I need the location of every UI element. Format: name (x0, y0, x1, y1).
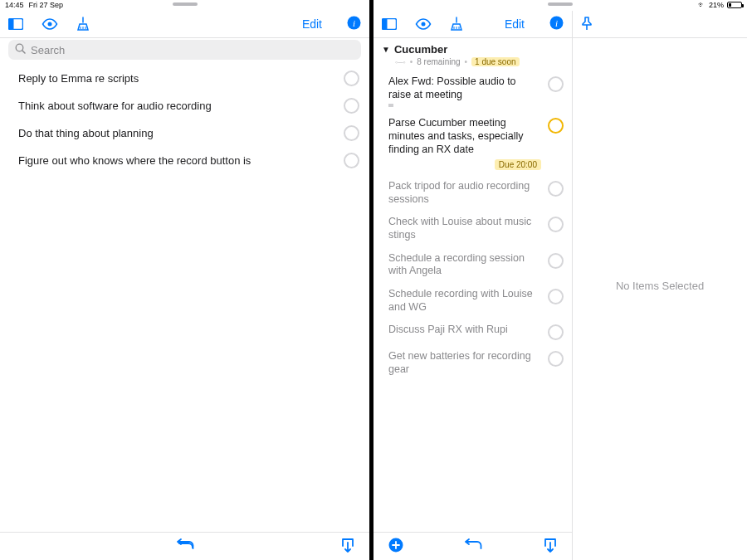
add-icon[interactable] (388, 538, 403, 555)
task-title: Do that thing about planning (18, 127, 344, 139)
task-row[interactable]: Think about software for audio recording (0, 92, 369, 119)
info-icon[interactable]: i (347, 16, 361, 32)
task-status-circle[interactable] (548, 289, 564, 304)
eye-icon[interactable] (415, 18, 432, 30)
task-status-circle[interactable] (548, 324, 564, 340)
task-title: Get new batteries for recording gear (388, 350, 541, 376)
task-row[interactable]: Check with Louise about music stings (374, 211, 572, 246)
note-indicator-icon (388, 104, 393, 107)
wifi-icon: ᯤ (698, 1, 706, 9)
task-status-circle[interactable] (548, 181, 564, 197)
svg-point-9 (422, 22, 426, 27)
svg-text:i: i (555, 18, 558, 28)
svg-line-6 (22, 51, 25, 53)
task-title: Alex Fwd: Possible audio to raise at mee… (388, 75, 541, 101)
right-task-list: Alex Fwd: Possible audio to raise at mee… (374, 71, 572, 530)
detail-empty-text: No Items Selected (616, 280, 704, 292)
task-title: Discuss Paji RX with Rupi (388, 324, 541, 337)
eye-icon[interactable] (42, 18, 58, 30)
task-row[interactable]: Schedule recording with Louise and WG (374, 283, 572, 319)
due-badge: Due 20:00 (495, 159, 541, 170)
status-battery-pct: 21% (709, 1, 724, 9)
svg-rect-8 (383, 19, 388, 30)
task-row[interactable]: Pack tripod for audio recording sessions (374, 175, 572, 211)
task-status-circle[interactable] (344, 98, 359, 114)
task-row[interactable]: Reply to Emma re scripts (0, 65, 369, 92)
project-remaining: 8 remaining (417, 57, 460, 66)
task-title: Figure out who knows where the record bu… (18, 154, 344, 167)
status-time: 14:45 (5, 1, 24, 9)
search-input[interactable]: Search (8, 40, 361, 60)
task-title: Reply to Emma re scripts (18, 72, 344, 85)
project-type-icon: ◦─◦ (395, 58, 406, 66)
task-row[interactable]: Discuss Paji RX with Rupi (374, 319, 572, 345)
task-status-circle[interactable] (548, 217, 564, 232)
right-detail-pane: No Items Selected (573, 11, 747, 560)
search-icon (15, 43, 26, 56)
project-title: Cucumber (394, 43, 447, 56)
undo-icon[interactable] (464, 538, 482, 554)
edit-button[interactable]: Edit (505, 17, 525, 31)
sidebar-icon[interactable] (8, 18, 23, 30)
left-bottom-toolbar (0, 532, 369, 560)
task-status-circle[interactable] (548, 76, 564, 92)
share-icon[interactable] (544, 538, 557, 555)
task-row[interactable]: Alex Fwd: Possible audio to raise at mee… (374, 71, 572, 112)
task-status-circle[interactable] (548, 118, 564, 134)
left-task-list: Reply to Emma re scripts Think about sof… (0, 65, 369, 530)
task-title: Schedule recording with Louise and WG (388, 288, 541, 314)
task-status-circle[interactable] (344, 125, 359, 141)
svg-point-2 (48, 22, 52, 27)
task-row[interactable]: Do that thing about planning (0, 119, 369, 147)
battery-icon (727, 2, 742, 8)
edit-button[interactable]: Edit (302, 17, 322, 31)
task-row[interactable]: Parse Cucumber meeting minutes and tasks… (374, 112, 572, 175)
undo-icon[interactable] (176, 538, 194, 554)
left-app: Edit i Search Reply to Emma re scripts T… (0, 0, 369, 560)
right-list-pane: Edit i ▼ Cucumber ◦─◦ • 8 remaining (374, 11, 573, 560)
share-icon[interactable] (341, 538, 354, 555)
task-row[interactable]: Get new batteries for recording gear (374, 345, 572, 381)
task-row[interactable]: Figure out who knows where the record bu… (0, 147, 369, 174)
sidebar-icon[interactable] (382, 18, 397, 30)
separator-dot: • (465, 57, 468, 66)
task-title: Check with Louise about music stings (388, 216, 541, 241)
left-toolbar: Edit i (0, 11, 369, 38)
task-status-circle[interactable] (344, 153, 359, 168)
task-title: Schedule a recording session with Angela (388, 252, 541, 278)
info-icon[interactable]: i (549, 16, 564, 32)
right-bottom-toolbar (374, 532, 572, 560)
task-status-circle[interactable] (344, 71, 359, 86)
task-status-circle[interactable] (548, 351, 564, 367)
project-header[interactable]: ▼ Cucumber ◦─◦ • 8 remaining • 1 due soo… (374, 38, 572, 70)
disclosure-triangle-icon[interactable]: ▼ (382, 45, 390, 54)
due-soon-badge: 1 due soon (471, 57, 520, 66)
status-bar: 14:45 Fri 27 Sep ᯤ 21% (0, 0, 747, 10)
task-row[interactable]: Schedule a recording session with Angela (374, 247, 572, 283)
cleanup-icon[interactable] (450, 17, 463, 32)
cleanup-icon[interactable] (76, 17, 90, 32)
svg-rect-1 (9, 19, 14, 30)
task-title: Think about software for audio recording (18, 100, 344, 112)
task-status-circle[interactable] (548, 253, 564, 269)
right-toolbar: Edit i (374, 11, 572, 38)
task-title: Parse Cucumber meeting minutes and tasks… (388, 117, 541, 156)
pin-icon[interactable] (581, 17, 593, 32)
detail-toolbar (573, 11, 747, 38)
svg-text:i: i (353, 18, 355, 28)
separator-dot: • (410, 57, 413, 66)
search-placeholder: Search (31, 44, 65, 56)
task-title: Pack tripod for audio recording sessions (388, 180, 541, 206)
right-app: Edit i ▼ Cucumber ◦─◦ • 8 remaining (374, 0, 747, 560)
status-date: Fri 27 Sep (29, 1, 64, 9)
